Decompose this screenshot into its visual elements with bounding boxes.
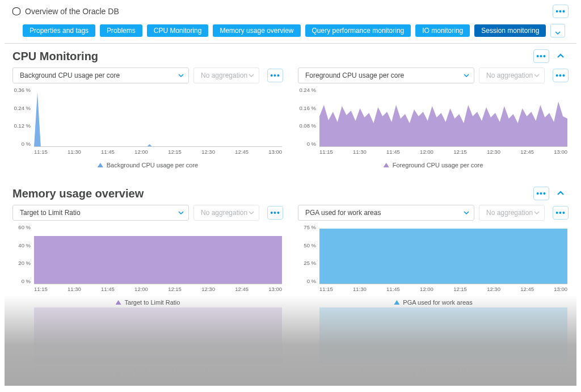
chart-pga-menu-button[interactable]: •••	[553, 206, 569, 220]
legend-swatch-icon	[394, 300, 399, 305]
chart-bg-cpu-legend: Background CPU usage per core	[12, 162, 283, 168]
chart-pga-agg-selector[interactable]: No aggregation	[479, 205, 545, 221]
chart-selector-label: Target to Limit Ratio	[20, 209, 178, 217]
chevron-down-icon	[178, 70, 184, 81]
tab-query-performance[interactable]: Query performance monitoring	[305, 24, 411, 37]
x-axis-line	[34, 284, 282, 284]
section-title-memory: Memory usage overview	[12, 187, 530, 200]
dots-icon: •••	[555, 7, 566, 16]
chevron-up-icon	[557, 189, 565, 197]
memory-charts-row: Target to Limit Ratio No aggregation •••	[12, 205, 569, 306]
legend-label: PGA used for work areas	[403, 299, 472, 306]
chart-fg-cpu-top: Foreground CPU usage per core No aggrega…	[298, 68, 569, 83]
page-title: Overview of the Oracle DB	[25, 7, 549, 16]
legend-swatch-icon	[116, 300, 121, 305]
dots-icon: •••	[555, 208, 566, 217]
section-head-memory: Memory usage overview •••	[12, 187, 569, 200]
agg-label: No aggregation	[486, 71, 534, 79]
dots-icon: •••	[536, 52, 546, 61]
page-menu-button[interactable]: •••	[553, 5, 569, 18]
chevron-down-icon	[464, 208, 469, 218]
x-axis-labels: 11:15 11:30 11:45 12:00 12:15 12:30 12:4…	[34, 149, 282, 155]
chart-fg-cpu-selector[interactable]: Foreground CPU usage per core	[298, 68, 474, 83]
legend-swatch-icon	[384, 163, 389, 167]
chart-selector-label: Background CPU usage per core	[20, 71, 178, 79]
chart-target-limit-menu-button[interactable]: •••	[267, 206, 283, 220]
section-head-cpu: CPU Monitoring •••	[12, 49, 569, 63]
x-axis-labels: 11:15 11:30 11:45 12:00 12:15 12:30 12:4…	[34, 286, 282, 292]
chart-fg-cpu-menu-button[interactable]: •••	[553, 69, 569, 82]
plot-area[interactable]	[34, 226, 282, 284]
chevron-down-icon	[249, 208, 254, 218]
agg-label: No aggregation	[201, 209, 249, 217]
plot-area[interactable]	[34, 89, 282, 147]
plot-area[interactable]	[319, 226, 567, 284]
chevron-down-icon	[464, 70, 469, 81]
tab-session-monitoring[interactable]: Session monitoring	[474, 24, 546, 37]
chart-fg-cpu-body: 0.24 % 0.16 % 0.08 % 0 % 11:15 11:30	[298, 87, 569, 155]
tabs-overflow-button[interactable]	[550, 24, 565, 37]
chart-pga-body: 75 % 50 % 25 % 0 % 11:15 11:30 1	[298, 224, 569, 292]
chart-fg-cpu: Foreground CPU usage per core No aggrega…	[298, 68, 569, 168]
chart-target-limit: Target to Limit Ratio No aggregation •••	[12, 205, 283, 306]
x-axis-labels: 11:15 11:30 11:45 12:00 12:15 12:30 12:4…	[319, 286, 567, 292]
section-cpu-collapse-button[interactable]	[553, 49, 569, 63]
section-memory-collapse-button[interactable]	[553, 187, 569, 200]
chart-target-limit-selector[interactable]: Target to Limit Ratio	[12, 205, 189, 221]
chart-bg-cpu-body: 0.36 % 0.24 % 0.12 % 0 % 11:15 11:30	[12, 87, 283, 155]
legend-label: Background CPU usage per core	[107, 162, 198, 168]
svg-rect-0	[34, 236, 282, 284]
chart-target-limit-legend: Target to Limit Ratio	[12, 299, 283, 306]
chart-selector-label: Foreground CPU usage per core	[305, 71, 464, 79]
svg-rect-1	[319, 229, 567, 284]
chart-fg-cpu-legend: Foreground CPU usage per core	[298, 162, 569, 168]
x-axis-labels: 11:15 11:30 11:45 12:00 12:15 12:30 12:4…	[319, 149, 567, 155]
chart-target-limit-body: 60 % 40 % 20 % 0 % 11:15 11:30 1	[12, 224, 283, 292]
chart-pga: PGA used for work areas No aggregation •…	[298, 205, 569, 306]
dashboard-window: Overview of the Oracle DB ••• Properties…	[5, 0, 576, 308]
y-axis-labels: 60 % 40 % 20 % 0 %	[12, 224, 33, 284]
dots-icon: •••	[536, 189, 546, 198]
tab-problems[interactable]: Problems	[100, 24, 142, 37]
tab-properties[interactable]: Properties and tags	[23, 24, 95, 37]
chart-bg-cpu-agg-selector[interactable]: No aggregation	[193, 68, 259, 83]
x-axis-line	[34, 146, 282, 147]
dots-icon: •••	[270, 208, 280, 217]
section-cpu: CPU Monitoring ••• Background CPU usage …	[5, 44, 576, 171]
chart-fg-cpu-agg-selector[interactable]: No aggregation	[479, 68, 545, 83]
title-bar: Overview of the Oracle DB •••	[5, 2, 576, 22]
chevron-down-icon	[249, 70, 254, 81]
section-memory: Memory usage overview ••• Target to Limi…	[5, 181, 576, 308]
tab-io-monitoring[interactable]: IO monitoring	[415, 24, 470, 37]
agg-label: No aggregation	[486, 209, 534, 217]
chevron-down-icon	[555, 28, 561, 33]
x-axis-line	[319, 146, 567, 147]
legend-label: Foreground CPU usage per core	[393, 162, 483, 168]
chevron-down-icon	[178, 208, 184, 218]
legend-label: Target to Limit Ratio	[125, 299, 180, 306]
chart-bg-cpu-top: Background CPU usage per core No aggrega…	[12, 68, 283, 83]
agg-label: No aggregation	[201, 71, 249, 79]
chevron-up-icon	[557, 52, 565, 60]
section-memory-menu-button[interactable]: •••	[533, 187, 549, 200]
section-cpu-menu-button[interactable]: •••	[533, 49, 549, 63]
chart-pga-selector[interactable]: PGA used for work areas	[298, 205, 474, 221]
chart-pga-top: PGA used for work areas No aggregation •…	[298, 205, 569, 221]
dots-icon: •••	[270, 71, 280, 80]
chart-bg-cpu-selector[interactable]: Background CPU usage per core	[12, 68, 189, 83]
chart-bg-cpu: Background CPU usage per core No aggrega…	[12, 68, 283, 168]
chart-selector-label: PGA used for work areas	[305, 209, 464, 217]
legend-swatch-icon	[98, 163, 103, 167]
tab-memory-usage[interactable]: Memory usage overview	[213, 24, 300, 37]
tab-cpu-monitoring[interactable]: CPU Monitoring	[147, 24, 209, 37]
cpu-charts-row: Background CPU usage per core No aggrega…	[12, 68, 569, 168]
chart-target-limit-top: Target to Limit Ratio No aggregation •••	[12, 205, 283, 221]
section-title-cpu: CPU Monitoring	[12, 50, 530, 63]
chevron-down-icon	[534, 70, 540, 81]
chart-bg-cpu-menu-button[interactable]: •••	[267, 69, 283, 82]
tabs-row: Properties and tags Problems CPU Monitor…	[5, 22, 576, 44]
oracle-icon	[12, 7, 20, 15]
chart-target-limit-agg-selector[interactable]: No aggregation	[193, 205, 259, 221]
plot-area[interactable]	[319, 89, 567, 147]
chart-pga-legend: PGA used for work areas	[298, 299, 569, 306]
